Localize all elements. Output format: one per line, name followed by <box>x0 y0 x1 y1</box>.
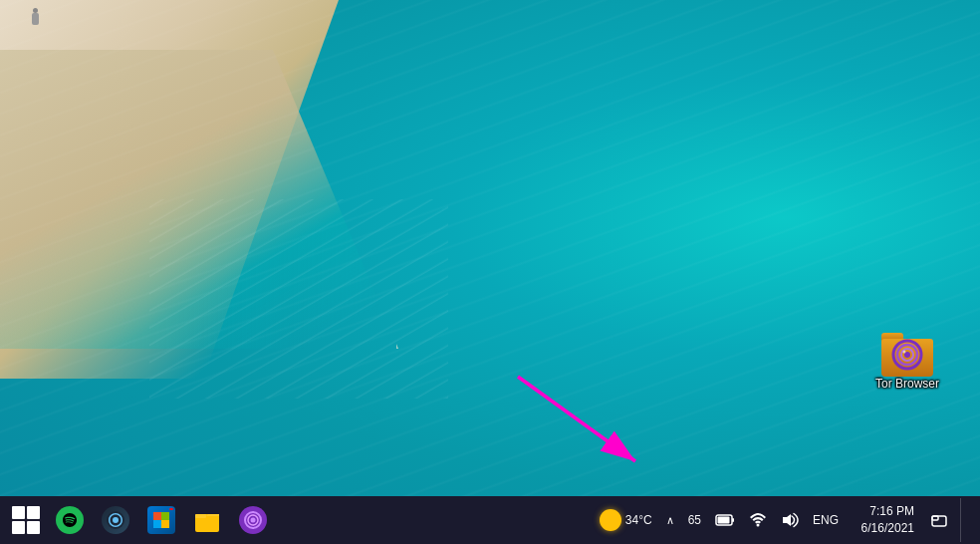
date-display: 6/16/2021 <box>861 520 914 537</box>
store-badge <box>169 508 173 510</box>
battery-indicator[interactable] <box>711 511 739 529</box>
notification-icon <box>931 512 947 528</box>
store-icon <box>147 506 175 534</box>
time-display: 7:16 PM <box>869 503 914 520</box>
svg-point-17 <box>251 518 256 523</box>
system-tray: 34°C ∧ 65 <box>588 498 976 542</box>
svg-rect-19 <box>732 518 734 522</box>
sun-weather-icon <box>600 509 621 531</box>
language-text: ENG <box>813 513 839 527</box>
tor-onion-icon <box>891 339 923 371</box>
weather-widget[interactable]: 34°C <box>596 507 656 533</box>
notification-center-button[interactable] <box>924 498 954 542</box>
battery-icon <box>715 513 735 527</box>
svg-rect-14 <box>195 514 206 518</box>
explorer-icon <box>193 506 221 534</box>
tray-value-65[interactable]: 65 <box>684 511 705 529</box>
windows-icon <box>12 506 40 534</box>
wifi-indicator[interactable] <box>745 511 771 529</box>
tray-number: 65 <box>688 513 701 527</box>
tor-folder-icon <box>881 333 933 377</box>
clock-widget[interactable]: 7:16 PM 6/16/2021 <box>849 503 918 537</box>
volume-icon <box>781 512 799 528</box>
taskbar-app-store[interactable] <box>139 498 183 542</box>
spotify-icon <box>56 506 84 534</box>
svg-point-4 <box>903 351 906 354</box>
volume-control[interactable] <box>777 510 803 530</box>
show-desktop-button[interactable] <box>960 498 968 542</box>
tor-browser-desktop-icon[interactable]: Tor Browser <box>862 329 952 397</box>
svg-rect-12 <box>161 520 169 528</box>
water-overlay <box>0 0 980 544</box>
wifi-icon <box>749 513 767 527</box>
taskbar-app-tor[interactable] <box>231 498 275 542</box>
chevron-up-icon: ∧ <box>666 514 674 527</box>
start-button[interactable] <box>4 498 48 542</box>
folder-body <box>881 339 933 377</box>
svg-point-21 <box>756 524 759 527</box>
tor-taskbar-icon <box>239 506 267 534</box>
taskbar-app-steam[interactable] <box>94 498 137 542</box>
taskbar-app-spotify[interactable] <box>48 498 92 542</box>
svg-rect-11 <box>153 520 161 528</box>
steam-icon <box>102 506 129 534</box>
svg-point-8 <box>113 517 119 523</box>
language-indicator[interactable]: ENG <box>809 511 843 529</box>
desktop: Tor Browser <box>0 0 980 544</box>
tor-browser-label: Tor Browser <box>866 377 948 393</box>
taskbar: 34°C ∧ 65 <box>0 496 980 544</box>
beach-person <box>30 8 40 30</box>
svg-rect-22 <box>932 516 946 526</box>
taskbar-app-explorer[interactable] <box>185 498 229 542</box>
svg-rect-9 <box>153 512 161 520</box>
svg-rect-10 <box>161 512 169 520</box>
temperature-text: 34°C <box>625 513 652 527</box>
svg-rect-20 <box>717 517 729 524</box>
taskbar-app-icons <box>48 498 318 542</box>
tray-expand-button[interactable]: ∧ <box>662 512 678 529</box>
svg-rect-23 <box>932 516 938 520</box>
